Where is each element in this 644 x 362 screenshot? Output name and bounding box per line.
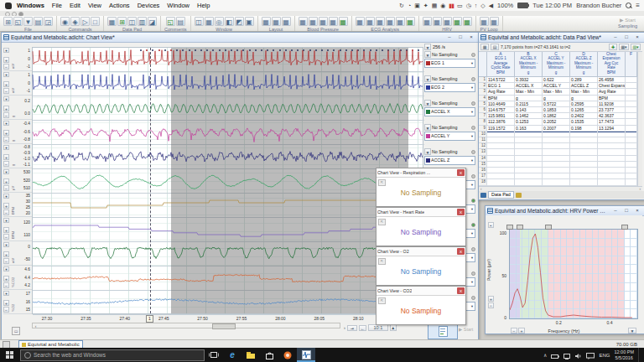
table-cell[interactable]: g bbox=[570, 96, 598, 101]
scale-plus-button[interactable]: + bbox=[3, 251, 9, 257]
taskbar-app-browser[interactable] bbox=[278, 348, 297, 362]
datapad-export-icon[interactable]: ▥▾ bbox=[631, 44, 641, 50]
menubar-user[interactable]: Brandon Bucher bbox=[576, 2, 621, 9]
channel-status-icon[interactable] bbox=[471, 272, 475, 276]
toolbar-start-button[interactable]: ▶ Start bbox=[620, 17, 636, 23]
channel-status-icon[interactable] bbox=[471, 77, 475, 81]
chevron-down-icon[interactable]: ▼ bbox=[470, 158, 474, 163]
taskbar-app-edge[interactable]: e bbox=[223, 348, 242, 362]
find-icon[interactable]: ◉ bbox=[60, 17, 70, 26]
hrv-report-icon[interactable]: ▦ bbox=[453, 17, 462, 26]
scrollbar-thumb[interactable] bbox=[212, 323, 236, 329]
close-icon[interactable]: × bbox=[466, 34, 476, 42]
table-cell[interactable] bbox=[487, 168, 515, 173]
backup-icon[interactable]: ◔ bbox=[408, 0, 411, 11]
table-cell[interactable] bbox=[487, 143, 515, 149]
scale-plus-button[interactable]: + bbox=[3, 154, 9, 160]
table-cell[interactable]: 26.4958 bbox=[598, 77, 626, 83]
overlay-window-1[interactable]: Chart View - Respiration ...x⇱No Samplin… bbox=[376, 168, 466, 207]
sample-rate-control[interactable]: ▼ 256 /s bbox=[424, 44, 475, 50]
table-row-2[interactable]: 2ECG 1ACCEL XACCEL YACCEL ZChest Expans bbox=[479, 83, 637, 89]
overlay-titlebar[interactable]: Chart View - Respiration ...x bbox=[377, 168, 465, 178]
bp-settings-icon[interactable]: ▦ bbox=[299, 17, 308, 26]
chevron-down-icon[interactable]: ▼ bbox=[424, 124, 431, 131]
channel-dropdown-icon[interactable]: ▼ bbox=[3, 266, 9, 272]
print-icon[interactable]: ▤ bbox=[34, 17, 43, 26]
channel-status-icon[interactable] bbox=[471, 126, 475, 130]
table-cell[interactable] bbox=[515, 162, 543, 168]
ecg-settings-icon[interactable]: ▦ bbox=[356, 17, 365, 26]
overlay-window-4[interactable]: Chart View - CO2x⇱No Sampling bbox=[376, 286, 466, 325]
scale-minus-button[interactable]: − bbox=[3, 209, 9, 215]
apple-icon[interactable] bbox=[5, 3, 12, 9]
chevron-down-icon[interactable]: ▼ bbox=[424, 51, 431, 58]
scale-minus-button[interactable]: − bbox=[3, 88, 9, 94]
band-handle[interactable] bbox=[506, 225, 513, 230]
datapad-col-header-D[interactable]: DACCEL ZMaximum -Minimumg bbox=[570, 52, 598, 77]
layout-split-icon[interactable]: ▦ bbox=[272, 17, 281, 26]
table-cell[interactable] bbox=[626, 179, 637, 185]
zoom-in-icon[interactable]: ▲ bbox=[390, 324, 397, 331]
scale-plus-button[interactable]: + bbox=[3, 81, 9, 87]
hrv-settings-icon[interactable]: ▦ bbox=[423, 17, 432, 26]
back-icon[interactable]: ← bbox=[359, 325, 366, 331]
chevron-down-icon[interactable]: ▼ bbox=[470, 231, 474, 235]
chevron-down-icon[interactable]: ▼ bbox=[424, 100, 431, 106]
table-row-18[interactable]: 18 bbox=[479, 179, 637, 185]
new-icon[interactable]: ⊞ bbox=[3, 17, 13, 26]
table-row-4[interactable]: 4BPMgggBPM bbox=[479, 96, 637, 101]
ecg-average-icon[interactable]: ▦ bbox=[376, 17, 385, 26]
chart-start-button[interactable]: ▶ Start bbox=[459, 327, 477, 335]
channel-status-icon[interactable] bbox=[471, 199, 475, 203]
stop-icon[interactable]: □ bbox=[91, 17, 100, 26]
table-cell[interactable] bbox=[487, 179, 515, 185]
band-handle[interactable] bbox=[621, 225, 628, 230]
table-cell[interactable] bbox=[515, 132, 543, 137]
table-cell[interactable]: 0.2595 bbox=[570, 101, 598, 107]
hrv-zoom-out-bottom[interactable]: − bbox=[511, 328, 517, 334]
table-cell[interactable] bbox=[487, 137, 515, 143]
menu-item-window[interactable]: Window bbox=[167, 2, 190, 9]
table-cell[interactable] bbox=[570, 143, 598, 149]
table-cell[interactable]: 0.1862 bbox=[543, 113, 570, 119]
table-cell[interactable] bbox=[515, 179, 543, 185]
datapad-view-options-icon[interactable]: ▦▾ bbox=[619, 44, 629, 50]
network-icon[interactable] bbox=[563, 348, 571, 362]
hrv-axis-dropdown[interactable]: ▼ bbox=[628, 328, 636, 334]
table-cell[interactable] bbox=[570, 137, 598, 143]
scale-minus-button[interactable]: − bbox=[3, 185, 9, 191]
table-cell[interactable] bbox=[598, 179, 626, 185]
scale-plus-button[interactable]: + bbox=[3, 203, 9, 209]
table-cell[interactable] bbox=[570, 156, 598, 162]
table-cell[interactable] bbox=[570, 149, 598, 155]
table-cell[interactable] bbox=[487, 132, 515, 137]
hrv-table-icon[interactable]: ▦ bbox=[443, 17, 452, 26]
scale-minus-button[interactable]: − bbox=[3, 282, 9, 288]
table-cell[interactable]: 110.4649 bbox=[487, 101, 515, 107]
upload-icon[interactable]: ↑ bbox=[475, 0, 478, 11]
table-row-6[interactable]: 6114.67570.1430.18530.126523.7377 bbox=[479, 107, 637, 113]
hrv-plot-area[interactable] bbox=[509, 229, 638, 319]
channel-select-box[interactable]: ECG 2▼ bbox=[424, 83, 475, 92]
table-cell[interactable] bbox=[487, 156, 515, 162]
channel-dropdown-icon[interactable]: ▼ bbox=[3, 194, 9, 199]
table-row-3[interactable]: 3Avg RateMax - MinMax - MinMax - MinAvg … bbox=[479, 89, 637, 95]
taskbar-clock[interactable]: 12:00 PM5/5/2016 bbox=[614, 349, 634, 360]
chevron-down-icon[interactable]: ▼ bbox=[470, 110, 474, 114]
table-cell[interactable]: 17.7473 bbox=[598, 119, 626, 125]
hrv-plot-icon[interactable]: ▦ bbox=[433, 17, 442, 26]
ecg-add-icon[interactable]: ▦ bbox=[406, 17, 415, 26]
table-cell[interactable]: 0.1535 bbox=[570, 119, 598, 125]
scale-minus-button[interactable]: − bbox=[3, 307, 9, 313]
table-cell[interactable]: 0.163 bbox=[515, 126, 543, 132]
table-cell[interactable] bbox=[626, 168, 637, 173]
table-row-5[interactable]: 5110.46490.21150.57220.259511.9208 bbox=[479, 101, 637, 107]
table-cell[interactable] bbox=[515, 173, 543, 179]
channel-dropdown-icon[interactable]: ▼ bbox=[3, 145, 9, 150]
layout-grid-icon[interactable]: ▦ bbox=[262, 17, 271, 26]
chevron-down-icon[interactable]: ▼ bbox=[424, 148, 431, 155]
table-cell[interactable]: ACCEL Z bbox=[570, 83, 598, 89]
scale-minus-button[interactable]: − bbox=[3, 258, 9, 264]
table-cell[interactable] bbox=[626, 162, 637, 168]
chevron-down-icon[interactable]: ▼ bbox=[470, 304, 474, 308]
